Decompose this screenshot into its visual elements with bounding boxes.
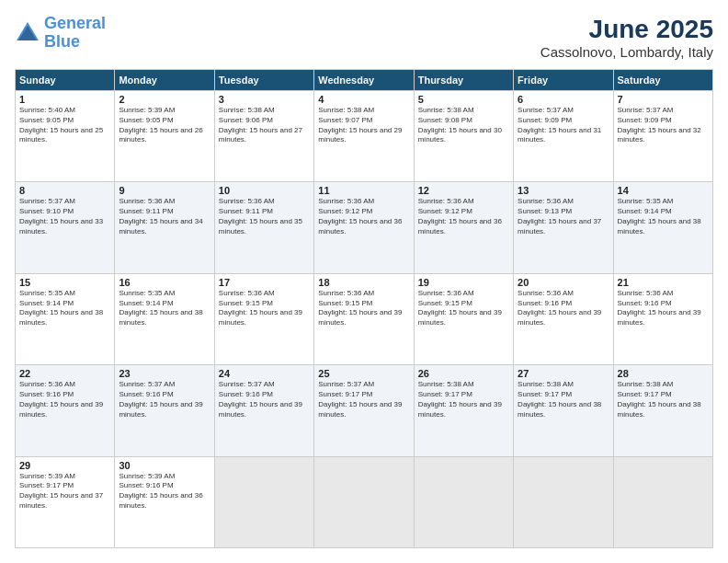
cell-info: Sunrise: 5:35 AMSunset: 9:14 PMDaylight:…: [119, 289, 210, 328]
table-cell: 24 Sunrise: 5:37 AMSunset: 9:16 PMDaylig…: [214, 365, 313, 456]
day-number: 13: [518, 185, 609, 196]
table-cell: 8 Sunrise: 5:37 AMSunset: 9:10 PMDayligh…: [16, 182, 115, 273]
logo: General Blue: [15, 15, 106, 52]
day-number: 14: [618, 185, 709, 196]
cell-info: Sunrise: 5:36 AMSunset: 9:12 PMDaylight:…: [418, 197, 509, 236]
day-number: 6: [518, 94, 609, 105]
table-cell: 13 Sunrise: 5:36 AMSunset: 9:13 PMDaylig…: [514, 182, 613, 273]
cell-info: Sunrise: 5:38 AMSunset: 9:08 PMDaylight:…: [418, 106, 509, 145]
col-tuesday: Tuesday: [214, 70, 313, 91]
table-cell: 10 Sunrise: 5:36 AMSunset: 9:11 PMDaylig…: [214, 182, 313, 273]
cell-info: Sunrise: 5:36 AMSunset: 9:12 PMDaylight:…: [318, 197, 409, 236]
calendar-row: 15 Sunrise: 5:35 AMSunset: 9:14 PMDaylig…: [16, 273, 713, 364]
cell-info: Sunrise: 5:37 AMSunset: 9:17 PMDaylight:…: [318, 380, 409, 419]
cell-info: Sunrise: 5:39 AMSunset: 9:05 PMDaylight:…: [119, 106, 210, 145]
calendar-row: 29 Sunrise: 5:39 AMSunset: 9:17 PMDaylig…: [16, 456, 713, 547]
table-cell: 14 Sunrise: 5:35 AMSunset: 9:14 PMDaylig…: [613, 182, 712, 273]
cell-info: Sunrise: 5:36 AMSunset: 9:16 PMDaylight:…: [518, 289, 609, 328]
cell-info: Sunrise: 5:35 AMSunset: 9:14 PMDaylight:…: [19, 289, 110, 328]
title-block: June 2025 Cassolnovo, Lombardy, Italy: [540, 15, 713, 60]
day-number: 11: [318, 185, 409, 196]
col-saturday: Saturday: [613, 70, 712, 91]
cell-info: Sunrise: 5:38 AMSunset: 9:17 PMDaylight:…: [418, 380, 509, 419]
table-cell: 3 Sunrise: 5:38 AMSunset: 9:06 PMDayligh…: [214, 91, 313, 182]
page: General Blue June 2025 Cassolnovo, Lomba…: [0, 0, 728, 563]
day-number: 2: [119, 94, 210, 105]
table-cell: 9 Sunrise: 5:36 AMSunset: 9:11 PMDayligh…: [115, 182, 214, 273]
day-number: 3: [219, 94, 310, 105]
location-title: Cassolnovo, Lombardy, Italy: [540, 44, 713, 60]
table-cell: 12 Sunrise: 5:36 AMSunset: 9:12 PMDaylig…: [414, 182, 513, 273]
table-cell: [613, 456, 712, 547]
col-thursday: Thursday: [414, 70, 513, 91]
table-cell: 23 Sunrise: 5:37 AMSunset: 9:16 PMDaylig…: [115, 365, 214, 456]
table-cell: 25 Sunrise: 5:37 AMSunset: 9:17 PMDaylig…: [314, 365, 414, 456]
header: General Blue June 2025 Cassolnovo, Lomba…: [15, 15, 713, 60]
table-cell: 20 Sunrise: 5:36 AMSunset: 9:16 PMDaylig…: [514, 273, 613, 364]
logo-text: General Blue: [44, 15, 106, 52]
cell-info: Sunrise: 5:37 AMSunset: 9:16 PMDaylight:…: [219, 380, 310, 419]
day-number: 23: [119, 368, 210, 379]
cell-info: Sunrise: 5:38 AMSunset: 9:07 PMDaylight:…: [318, 106, 409, 145]
day-number: 22: [19, 368, 110, 379]
table-cell: 2 Sunrise: 5:39 AMSunset: 9:05 PMDayligh…: [115, 91, 214, 182]
table-cell: 16 Sunrise: 5:35 AMSunset: 9:14 PMDaylig…: [115, 273, 214, 364]
table-cell: 30 Sunrise: 5:39 AMSunset: 9:16 PMDaylig…: [115, 456, 214, 547]
table-cell: 1 Sunrise: 5:40 AMSunset: 9:05 PMDayligh…: [16, 91, 115, 182]
cell-info: Sunrise: 5:36 AMSunset: 9:11 PMDaylight:…: [119, 197, 210, 236]
day-number: 28: [618, 368, 709, 379]
cell-info: Sunrise: 5:36 AMSunset: 9:16 PMDaylight:…: [618, 289, 709, 328]
day-number: 4: [318, 94, 409, 105]
cell-info: Sunrise: 5:38 AMSunset: 9:17 PMDaylight:…: [518, 380, 609, 419]
table-cell: 17 Sunrise: 5:36 AMSunset: 9:15 PMDaylig…: [214, 273, 313, 364]
cell-info: Sunrise: 5:36 AMSunset: 9:11 PMDaylight:…: [219, 197, 310, 236]
cell-info: Sunrise: 5:37 AMSunset: 9:16 PMDaylight:…: [119, 380, 210, 419]
day-number: 12: [418, 185, 509, 196]
day-number: 25: [318, 368, 409, 379]
calendar-row: 22 Sunrise: 5:36 AMSunset: 9:16 PMDaylig…: [16, 365, 713, 456]
table-cell: 6 Sunrise: 5:37 AMSunset: 9:09 PMDayligh…: [514, 91, 613, 182]
logo-icon: [15, 20, 40, 46]
cell-info: Sunrise: 5:39 AMSunset: 9:16 PMDaylight:…: [119, 472, 210, 511]
day-number: 1: [19, 94, 110, 105]
col-sunday: Sunday: [16, 70, 115, 91]
day-number: 5: [418, 94, 509, 105]
cell-info: Sunrise: 5:37 AMSunset: 9:09 PMDaylight:…: [518, 106, 609, 145]
day-number: 18: [318, 277, 409, 288]
table-cell: 21 Sunrise: 5:36 AMSunset: 9:16 PMDaylig…: [613, 273, 712, 364]
cell-info: Sunrise: 5:36 AMSunset: 9:15 PMDaylight:…: [318, 289, 409, 328]
cell-info: Sunrise: 5:36 AMSunset: 9:16 PMDaylight:…: [19, 380, 110, 419]
day-number: 27: [518, 368, 609, 379]
col-monday: Monday: [115, 70, 214, 91]
cell-info: Sunrise: 5:38 AMSunset: 9:06 PMDaylight:…: [219, 106, 310, 145]
table-cell: [414, 456, 513, 547]
cell-info: Sunrise: 5:36 AMSunset: 9:15 PMDaylight:…: [219, 289, 310, 328]
table-cell: 26 Sunrise: 5:38 AMSunset: 9:17 PMDaylig…: [414, 365, 513, 456]
table-cell: 15 Sunrise: 5:35 AMSunset: 9:14 PMDaylig…: [16, 273, 115, 364]
table-cell: [514, 456, 613, 547]
col-wednesday: Wednesday: [314, 70, 414, 91]
table-cell: 4 Sunrise: 5:38 AMSunset: 9:07 PMDayligh…: [314, 91, 414, 182]
day-number: 30: [119, 460, 210, 471]
table-cell: 5 Sunrise: 5:38 AMSunset: 9:08 PMDayligh…: [414, 91, 513, 182]
cell-info: Sunrise: 5:37 AMSunset: 9:09 PMDaylight:…: [618, 106, 709, 145]
day-number: 7: [618, 94, 709, 105]
day-number: 19: [418, 277, 509, 288]
day-number: 16: [119, 277, 210, 288]
day-number: 21: [618, 277, 709, 288]
table-cell: 28 Sunrise: 5:38 AMSunset: 9:17 PMDaylig…: [613, 365, 712, 456]
cell-info: Sunrise: 5:37 AMSunset: 9:10 PMDaylight:…: [19, 197, 110, 236]
day-number: 15: [19, 277, 110, 288]
day-number: 26: [418, 368, 509, 379]
day-number: 9: [119, 185, 210, 196]
cell-info: Sunrise: 5:36 AMSunset: 9:15 PMDaylight:…: [418, 289, 509, 328]
col-friday: Friday: [514, 70, 613, 91]
day-number: 17: [219, 277, 310, 288]
calendar-row: 1 Sunrise: 5:40 AMSunset: 9:05 PMDayligh…: [16, 91, 713, 182]
cell-info: Sunrise: 5:36 AMSunset: 9:13 PMDaylight:…: [518, 197, 609, 236]
day-number: 24: [219, 368, 310, 379]
month-title: June 2025: [540, 15, 713, 44]
table-cell: 11 Sunrise: 5:36 AMSunset: 9:12 PMDaylig…: [314, 182, 414, 273]
cell-info: Sunrise: 5:35 AMSunset: 9:14 PMDaylight:…: [618, 197, 709, 236]
cell-info: Sunrise: 5:40 AMSunset: 9:05 PMDaylight:…: [19, 106, 110, 145]
